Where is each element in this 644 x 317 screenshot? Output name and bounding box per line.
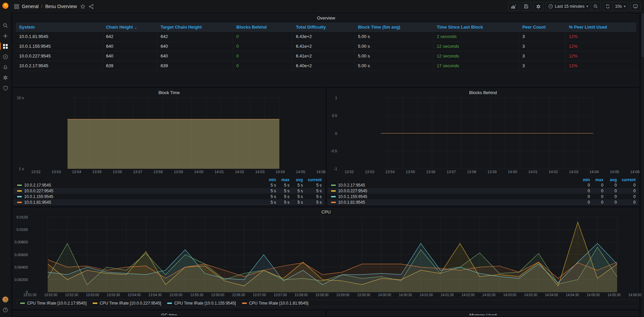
column-header[interactable]: Blocks Behind — [233, 23, 292, 32]
legend-item[interactable]: CPU Time IRate [10.0.2.17:9545] — [20, 301, 87, 306]
legend-stat-header[interactable]: min — [263, 177, 276, 182]
panel-title-block-time[interactable]: Block Time — [14, 89, 324, 96]
table-cell: 640 — [157, 42, 233, 51]
panel-title-memory-used[interactable]: Memory Used — [328, 312, 638, 316]
alerting-bell-icon[interactable] — [0, 62, 11, 72]
table-cell: 10.0.0.227:9545 — [16, 51, 103, 61]
series-name[interactable]: 10.0.2.17:9545 — [24, 183, 51, 188]
series-name: CPU Time IRate [10.0.1.155:9545] — [174, 301, 236, 306]
series-color-swatch[interactable] — [331, 185, 336, 186]
series-color-swatch[interactable] — [17, 190, 22, 192]
y-axis: 10 s1 s — [15, 98, 26, 169]
series-color-swatch — [20, 303, 25, 304]
legend-stat-header[interactable]: current — [617, 177, 636, 182]
y-axis: 0.01200.01000.008000.006000.004000.00200… — [15, 217, 30, 292]
x-tick-label: 13:55:00 — [169, 293, 182, 297]
series-color-swatch[interactable] — [17, 185, 22, 186]
legend-stat-header[interactable]: avg — [603, 177, 617, 182]
sidebar — [0, 0, 11, 317]
server-admin-shield-icon[interactable] — [0, 83, 11, 93]
series-color-swatch[interactable] — [331, 190, 336, 192]
column-header[interactable]: Chain Height⌄ — [103, 23, 157, 32]
panel-title-blocks-behind[interactable]: Blocks Behind — [328, 89, 638, 96]
add-icon[interactable] — [0, 31, 11, 41]
star-icon[interactable] — [80, 4, 85, 9]
zoom-out-button[interactable] — [591, 2, 601, 11]
column-header[interactable]: Time Since Last Block — [433, 23, 519, 32]
x-tick-label: 14:04:00 — [545, 293, 558, 297]
help-icon[interactable] — [0, 305, 11, 315]
column-header[interactable]: Block Time (5m avg) — [355, 23, 433, 32]
series-stat-value: 0 — [590, 200, 603, 205]
column-header[interactable]: Peer Count — [519, 23, 566, 32]
refresh-interval-label: 10s — [615, 4, 622, 9]
user-avatar[interactable] — [0, 294, 11, 305]
series-name: CPU Time IRate [10.0.1.81:9545] — [249, 301, 309, 306]
dashboard-settings-button[interactable] — [533, 2, 544, 11]
refresh-button[interactable] — [603, 2, 613, 11]
panel-title-cpu[interactable]: CPU — [14, 208, 638, 216]
series-stat-value: 5 s — [289, 194, 303, 199]
series-name[interactable]: 10.0.0.227:9545 — [338, 189, 367, 193]
panel-memory-used: Memory Used — [327, 311, 639, 316]
dashboards-icon[interactable] — [0, 41, 11, 51]
grafana-logo-icon[interactable] — [0, 0, 11, 11]
panel-title-gc-time[interactable]: GC time — [14, 312, 324, 316]
series-stat-value: 5 s — [289, 189, 303, 193]
add-panel-button[interactable] — [508, 2, 519, 11]
column-header[interactable]: System — [16, 23, 103, 32]
series-name[interactable]: 10.0.1.155:9545 — [338, 194, 367, 199]
series-color-swatch[interactable] — [17, 196, 22, 197]
x-tick-label: 14:00:30 — [399, 293, 412, 297]
overview-table-header: SystemChain Height⌄Target Chain HeightBl… — [16, 23, 636, 32]
table-row: 10.0.1.81:954564264206.43e+25.00 s2 seco… — [16, 32, 636, 42]
series-name[interactable]: 10.0.2.17:9545 — [338, 183, 365, 188]
panel-block-time: Block Time 10 s1 s 13:5213:5313:5413:551… — [13, 89, 325, 205]
share-icon[interactable] — [89, 4, 94, 9]
save-dashboard-button[interactable] — [521, 2, 531, 11]
legend-stat-header[interactable]: avg — [289, 177, 303, 182]
time-range-picker[interactable]: Last 15 minutes ▾ — [546, 2, 591, 11]
breadcrumb-dashboard-title[interactable]: Besu Overview — [45, 4, 77, 9]
series-color-swatch[interactable] — [331, 202, 336, 203]
table-cell: 12 seconds — [433, 51, 519, 61]
column-header[interactable]: Total Difficulty — [292, 23, 355, 32]
legend: CPU Time IRate [10.0.2.17:9545]CPU Time … — [16, 300, 636, 307]
series-name[interactable]: 10.0.1.81:9545 — [24, 200, 51, 205]
chart-svg — [30, 217, 635, 292]
x-tick-label: 14:02 — [549, 170, 558, 174]
legend-stat-header[interactable]: max — [590, 177, 603, 182]
panel-title-overview[interactable]: Overview — [14, 14, 638, 22]
cycle-view-mode-button[interactable] — [630, 2, 641, 11]
table-cell: 12% — [565, 32, 636, 41]
series-name[interactable]: 10.0.1.81:9545 — [338, 200, 365, 205]
column-header[interactable]: % Peer Limit Used — [565, 23, 636, 32]
refresh-interval-picker[interactable]: 10s ▾ — [613, 2, 628, 11]
series-stat-value: 5 s — [263, 194, 276, 199]
legend-stat-header[interactable]: max — [276, 177, 289, 182]
legend-item[interactable]: CPU Time IRate [10.0.1.81:9545] — [242, 301, 309, 306]
legend-row: 10.0.0.227:95455 s5 s5 s5 s — [14, 188, 324, 194]
search-icon[interactable] — [0, 20, 11, 31]
configuration-gear-icon[interactable] — [0, 72, 11, 83]
series-color-swatch[interactable] — [331, 196, 336, 197]
chart-svg — [339, 98, 635, 169]
scrollbar-track[interactable] — [641, 13, 644, 317]
chevron-down-icon: ▾ — [624, 5, 626, 8]
column-header[interactable]: Target Chain Height — [157, 23, 233, 32]
scrollbar-thumb[interactable] — [642, 13, 644, 57]
series-name[interactable]: 10.0.1.155:9545 — [24, 194, 53, 199]
series-stat-value: 5 s — [303, 200, 322, 205]
explore-compass-icon[interactable] — [0, 51, 11, 62]
legend-item[interactable]: CPU Time IRate [10.0.1.155:9545] — [167, 301, 236, 306]
series-color-swatch[interactable] — [17, 202, 22, 203]
legend-stat-header[interactable]: min — [577, 177, 590, 182]
x-tick-label: 13:58:00 — [294, 293, 308, 297]
legend-stat-header[interactable]: current — [303, 177, 322, 182]
breadcrumb-folder[interactable]: General — [22, 4, 39, 9]
legend-item[interactable]: CPU Time IRate [10.0.0.227:9545] — [93, 301, 161, 306]
y-tick-label: 0.00800 — [14, 240, 28, 244]
series-name[interactable]: 10.0.0.227:9545 — [24, 189, 53, 193]
x-tick-label: 13:56 — [113, 170, 122, 174]
panel-gc-time: GC time — [13, 311, 325, 316]
